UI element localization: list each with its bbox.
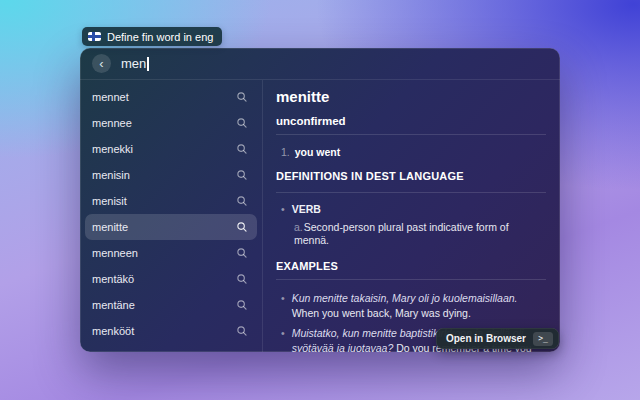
command-badge-label: Define fin word in eng (107, 31, 213, 43)
back-button[interactable]: ‹ (92, 54, 111, 73)
result-word: menekki (92, 143, 133, 155)
command-badge[interactable]: Define fin word in eng (82, 27, 222, 46)
search-query-text: men (121, 56, 146, 71)
part-of-speech: VERB (281, 203, 546, 216)
search-input[interactable]: men (121, 56, 149, 71)
search-icon (236, 299, 248, 311)
detail-panel: menitte unconfirmed 1.you went DEFINITIO… (262, 80, 560, 352)
search-icon (236, 221, 248, 233)
search-icon (236, 143, 248, 155)
result-word: mentäkö (92, 273, 134, 285)
definition-item: VERB a.Second-person plural past indicat… (281, 203, 546, 247)
result-row[interactable]: menisin (85, 162, 257, 188)
result-row[interactable]: mennet (85, 84, 257, 110)
search-icon (236, 91, 248, 103)
search-icon (236, 169, 248, 181)
result-word: menitte (92, 221, 128, 233)
translation-text: you went (295, 146, 341, 158)
search-icon (236, 273, 248, 285)
result-row[interactable]: menisit (85, 188, 257, 214)
search-icon (236, 325, 248, 337)
search-icon (236, 117, 248, 129)
results-list: mennet mennee menekki menisin menisit me… (80, 80, 262, 352)
divider (276, 192, 546, 193)
result-row[interactable]: menneen (85, 240, 257, 266)
result-word: mentäne (92, 299, 135, 311)
result-word: menneen (92, 247, 138, 259)
divider (276, 134, 546, 135)
result-word: menisit (92, 195, 127, 207)
example-translation: When you went back, Mary was dying. (292, 307, 471, 319)
result-row[interactable]: menkööt (85, 318, 257, 344)
example-source: Kun menitte takaisin, Mary oli jo kuolem… (292, 292, 518, 304)
result-word: mennee (92, 117, 132, 129)
open-in-browser-button[interactable]: Open in Browser >_ (436, 328, 559, 349)
shortcut-key-icon: >_ (533, 332, 553, 346)
dictionary-window: ‹ men mennet mennee menekki menisin meni… (80, 48, 560, 352)
result-row[interactable]: mentäkö (85, 266, 257, 292)
sense-text: Second-person plural past indicative for… (294, 221, 509, 246)
divider (276, 279, 546, 280)
result-word: menkööt (92, 325, 134, 337)
search-icon (236, 247, 248, 259)
result-row[interactable]: mennee (85, 110, 257, 136)
result-row[interactable]: menitte (85, 214, 257, 240)
search-bar: ‹ men (80, 48, 560, 80)
definitions-heading: DEFINITIONS IN DEST LANGUAGE (276, 170, 546, 183)
result-row[interactable]: menekki (85, 136, 257, 162)
text-caret (147, 57, 149, 71)
result-word: menisin (92, 169, 130, 181)
word-status: unconfirmed (276, 115, 546, 128)
finland-flag-icon (88, 32, 101, 41)
window-content: mennet mennee menekki menisin menisit me… (80, 80, 560, 352)
search-icon (236, 195, 248, 207)
open-in-browser-label: Open in Browser (446, 333, 526, 344)
examples-heading: EXAMPLES (276, 260, 546, 273)
word-title: menitte (276, 88, 546, 105)
translation-number: 1. (281, 146, 290, 158)
sense-letter: a. (294, 221, 303, 233)
example-item: Kun menitte takaisin, Mary oli jo kuolem… (281, 291, 546, 321)
result-word: mennet (92, 91, 129, 103)
chevron-left-icon: ‹ (99, 57, 103, 70)
translation-item: 1.you went (281, 146, 546, 159)
definition-sense: a.Second-person plural past indicative f… (294, 221, 546, 247)
result-row[interactable]: mentäne (85, 292, 257, 318)
